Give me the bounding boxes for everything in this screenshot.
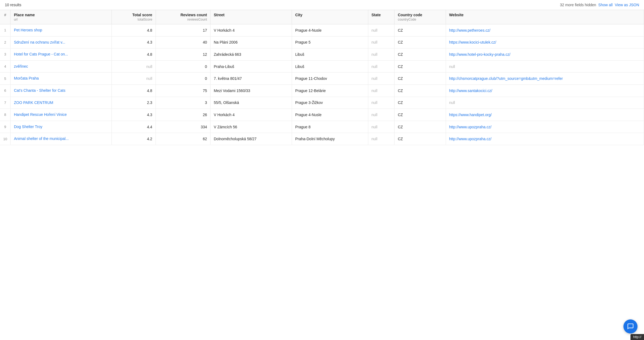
cell-state: null <box>368 133 394 145</box>
cell-reviews-count: 26 <box>156 109 210 121</box>
cell-index: 9 <box>0 121 11 133</box>
website-link[interactable]: https://www.handipet.org/ <box>449 113 492 117</box>
table-row: 3Hotel for Cats Prague - Cat on...4.812Z… <box>0 48 644 61</box>
cell-street: V Horkách 4 <box>210 109 292 121</box>
table-row: 7ZOO PARK CENTRUM2.3355/5, OlšanskáPragu… <box>0 97 644 109</box>
place-name-link[interactable]: Hotel for Cats Prague - Cat on... <box>14 52 108 57</box>
place-name-link[interactable]: Morčata Praha <box>14 76 108 81</box>
cell-state: null <box>368 24 394 37</box>
cell-place-name[interactable]: Sdružení na ochranu zvířat v... <box>11 36 112 48</box>
place-name-link[interactable]: Handipet Rescue Hoření Vinice <box>14 112 108 117</box>
cell-place-name[interactable]: Morčata Praha <box>11 73 112 85</box>
cell-city: Libuš <box>292 48 368 61</box>
cell-city: Prague 5 <box>292 36 368 48</box>
results-count: 10 results <box>5 3 21 7</box>
cell-place-name[interactable]: zvěřinec <box>11 60 112 73</box>
cell-state: null <box>368 109 394 121</box>
cell-website[interactable]: null <box>446 97 644 109</box>
place-name-link[interactable]: ZOO PARK CENTRUM <box>14 100 108 106</box>
cell-street: V Zámcích 56 <box>210 121 292 133</box>
website-link[interactable]: http://www.santakocici.cz/ <box>449 89 492 93</box>
cell-total-score: 4.8 <box>112 24 156 37</box>
cell-total-score: 4.4 <box>112 121 156 133</box>
cell-website[interactable]: http://www.upozpraha.cz/ <box>446 133 644 145</box>
col-website: Website <box>446 10 644 24</box>
cell-country-code: CZ <box>395 73 446 85</box>
cell-website[interactable]: http://www.upozpraha.cz/ <box>446 121 644 133</box>
cell-reviews-count: 334 <box>156 121 210 133</box>
col-state: State <box>368 10 394 24</box>
cell-city: Prague 4-Nusle <box>292 24 368 37</box>
website-link[interactable]: http://chsmorcatprague.club/?utm_source=… <box>449 76 563 81</box>
cell-place-name[interactable]: Handipet Rescue Hoření Vinice <box>11 109 112 121</box>
cell-reviews-count: 3 <box>156 97 210 109</box>
place-name-link[interactable]: Sdružení na ochranu zvířat v... <box>14 40 108 45</box>
table-row: 2Sdružení na ochranu zvířat v...4.340Na … <box>0 36 644 48</box>
cell-country-code: CZ <box>395 48 446 61</box>
hidden-fields-label: 32 more fields hidden <box>560 3 596 7</box>
cell-website[interactable]: http://www.hotel-pro-kocky-praha.cz/ <box>446 48 644 61</box>
cell-website[interactable]: null <box>446 60 644 73</box>
cell-website[interactable]: http://www.santakocici.cz/ <box>446 84 644 97</box>
cell-street: 55/5, Olšanská <box>210 97 292 109</box>
place-name-link[interactable]: Pet Heroes shop <box>14 28 108 33</box>
col-total-score: Total score totalScore <box>112 10 156 24</box>
cell-state: null <box>368 97 394 109</box>
place-name-link[interactable]: Dog Shelter Troy <box>14 124 108 130</box>
cell-place-name[interactable]: ZOO PARK CENTRUM <box>11 97 112 109</box>
cell-website[interactable]: https://www.kocici-utulek.cz/ <box>446 36 644 48</box>
cell-country-code: CZ <box>395 84 446 97</box>
cell-state: null <box>368 36 394 48</box>
show-all-link[interactable]: Show all <box>598 3 613 7</box>
cell-total-score: 4.8 <box>112 84 156 97</box>
results-table: # Place name url Total score totalScore … <box>0 10 644 145</box>
cell-country-code: CZ <box>395 60 446 73</box>
cell-place-name[interactable]: Animal shelter of the municipal... <box>11 133 112 145</box>
table-row: 10Animal shelter of the municipal...4.26… <box>0 133 644 145</box>
cell-reviews-count: 17 <box>156 24 210 37</box>
cell-index: 2 <box>0 36 11 48</box>
cell-place-name[interactable]: Hotel for Cats Prague - Cat on... <box>11 48 112 61</box>
cell-reviews-count: 62 <box>156 133 210 145</box>
website-link[interactable]: http://www.hotel-pro-kocky-praha.cz/ <box>449 52 510 57</box>
cell-city: Prague 12-Belárie <box>292 84 368 97</box>
cell-website[interactable]: http://chsmorcatprague.club/?utm_source=… <box>446 73 644 85</box>
cell-city: Praha-Dolní Měcholupy <box>292 133 368 145</box>
cell-city: Libuš <box>292 60 368 73</box>
place-name-link[interactable]: Animal shelter of the municipal... <box>14 136 108 142</box>
cell-total-score: 2.3 <box>112 97 156 109</box>
cell-index: 6 <box>0 84 11 97</box>
table-row: 5Morčata Prahanull07. května 801/47Pragu… <box>0 73 644 85</box>
place-name-link[interactable]: zvěřinec <box>14 64 108 69</box>
cell-country-code: CZ <box>395 24 446 37</box>
cell-website[interactable]: https://www.handipet.org/ <box>446 109 644 121</box>
table-row: 6Cat's Chanta - Shelter for Cats4.875Mez… <box>0 84 644 97</box>
cell-total-score: 4.3 <box>112 36 156 48</box>
cell-place-name[interactable]: Pet Heroes shop <box>11 24 112 37</box>
cell-index: 1 <box>0 24 11 37</box>
top-bar: 10 results 32 more fields hidden Show al… <box>0 0 644 10</box>
website-link[interactable]: https://www.kocici-utulek.cz/ <box>449 40 496 44</box>
cell-place-name[interactable]: Cat's Chanta - Shelter for Cats <box>11 84 112 97</box>
cell-place-name[interactable]: Dog Shelter Troy <box>11 121 112 133</box>
table-row: 8Handipet Rescue Hoření Vinice4.326V Hor… <box>0 109 644 121</box>
cell-street: Praha-Libuš <box>210 60 292 73</box>
cell-reviews-count: 40 <box>156 36 210 48</box>
place-name-link[interactable]: Cat's Chanta - Shelter for Cats <box>14 88 108 93</box>
cell-country-code: CZ <box>395 121 446 133</box>
cell-index: 7 <box>0 97 11 109</box>
cell-total-score: 4.3 <box>112 109 156 121</box>
website-link[interactable]: http://www.petheroes.cz/ <box>449 28 491 32</box>
cell-state: null <box>368 84 394 97</box>
cell-street: Na Pláni 2006 <box>210 36 292 48</box>
cell-city: Prague 4-Nusle <box>292 109 368 121</box>
view-as-json-link[interactable]: View as JSON <box>615 3 639 7</box>
table-row: 1Pet Heroes shop4.817V Horkách 4Prague 4… <box>0 24 644 37</box>
cell-street: Zahrádecká 663 <box>210 48 292 61</box>
website-link[interactable]: http://www.upozpraha.cz/ <box>449 125 491 129</box>
website-link[interactable]: http://www.upozpraha.cz/ <box>449 137 491 141</box>
cell-index: 8 <box>0 109 11 121</box>
cell-city: Prague 3-Žižkov <box>292 97 368 109</box>
cell-street: Mezi Vodami 1560/33 <box>210 84 292 97</box>
cell-website[interactable]: http://www.petheroes.cz/ <box>446 24 644 37</box>
